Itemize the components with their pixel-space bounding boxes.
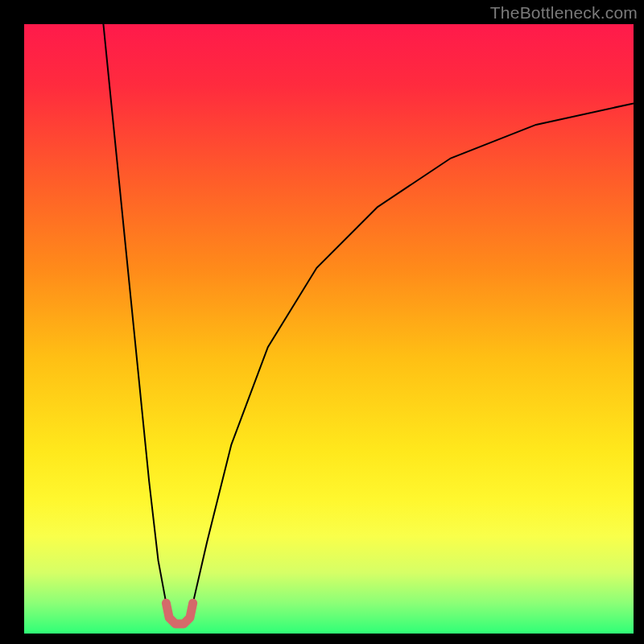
gradient-background: [24, 24, 634, 634]
plot-area: [24, 24, 634, 634]
chart-frame: TheBottleneck.com: [0, 0, 644, 644]
chart-svg: [24, 24, 634, 634]
watermark-text: TheBottleneck.com: [490, 3, 638, 23]
